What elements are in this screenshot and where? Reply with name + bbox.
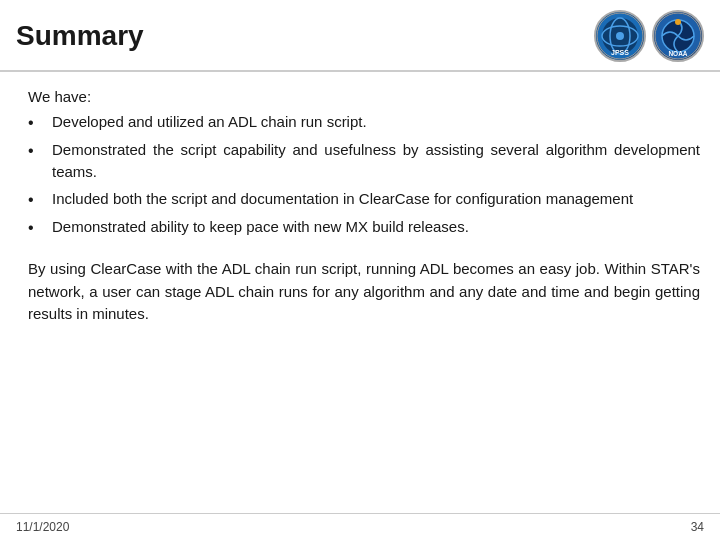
bullet-icon: •: [28, 111, 48, 134]
bullet-text: Demonstrated the script capability and u…: [52, 139, 700, 183]
noaa-logo: NOAA: [652, 10, 704, 62]
bullet-icon: •: [28, 139, 48, 162]
bullet-icon: •: [28, 216, 48, 239]
slide-container: Summary JPSS: [0, 0, 720, 540]
list-item: • Demonstrated the script capability and…: [28, 139, 700, 183]
slide-title: Summary: [16, 20, 144, 52]
svg-point-9: [675, 19, 681, 25]
bullet-text: Demonstrated ability to keep pace with n…: [52, 216, 700, 238]
slide-footer: 11/1/2020 34: [0, 513, 720, 540]
footer-date: 11/1/2020: [16, 520, 69, 534]
logos-container: JPSS NOAA: [594, 10, 704, 62]
jpss-logo: JPSS: [594, 10, 646, 62]
bullet-icon: •: [28, 188, 48, 211]
footer-page: 34: [691, 520, 704, 534]
bullet-text: Developed and utilized an ADL chain run …: [52, 111, 700, 133]
summary-paragraph: By using ClearCase with the ADL chain ru…: [28, 258, 700, 326]
slide-content: We have: • Developed and utilized an ADL…: [0, 72, 720, 513]
svg-text:NOAA: NOAA: [668, 50, 687, 57]
svg-text:JPSS: JPSS: [611, 49, 629, 56]
slide-header: Summary JPSS: [0, 0, 720, 72]
bullet-list: • Developed and utilized an ADL chain ru…: [28, 111, 700, 244]
list-item: • Included both the script and documenta…: [28, 188, 700, 211]
svg-point-4: [616, 32, 624, 40]
bullet-text: Included both the script and documentati…: [52, 188, 700, 210]
list-item: • Developed and utilized an ADL chain ru…: [28, 111, 700, 134]
we-have-label: We have:: [28, 88, 700, 105]
list-item: • Demonstrated ability to keep pace with…: [28, 216, 700, 239]
